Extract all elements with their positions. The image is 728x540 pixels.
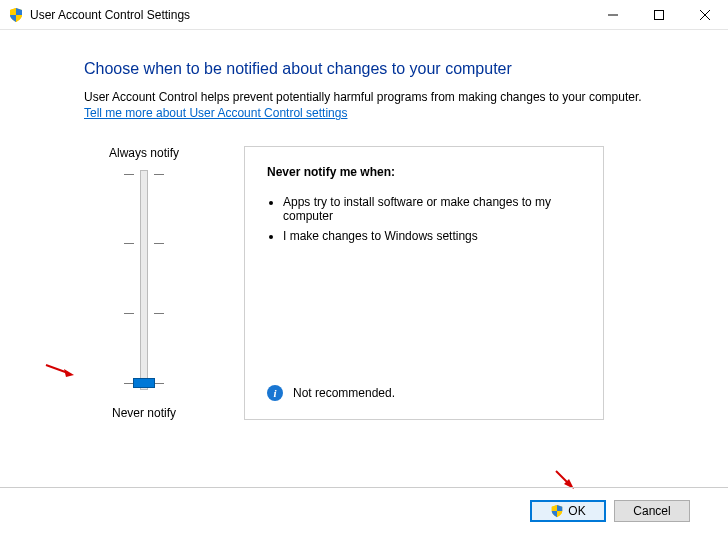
info-bullet-list: Apps try to install software or make cha… xyxy=(283,189,581,249)
info-title: Never notify me when: xyxy=(267,165,581,179)
slider-tick xyxy=(124,243,164,244)
recommendation-text: Not recommended. xyxy=(293,386,395,400)
notification-info-box: Never notify me when: Apps try to instal… xyxy=(244,146,604,420)
close-button[interactable] xyxy=(682,0,728,30)
slider-track xyxy=(140,170,148,390)
shield-icon xyxy=(8,7,24,23)
slider-tick xyxy=(124,174,164,175)
cancel-button-label: Cancel xyxy=(633,504,670,518)
slider-column: Always notify Never notify xyxy=(84,146,204,420)
page-description: User Account Control helps prevent poten… xyxy=(84,90,680,104)
slider-label-top: Always notify xyxy=(109,146,179,160)
uac-slider[interactable] xyxy=(124,170,164,390)
window-title: User Account Control Settings xyxy=(30,8,190,22)
learn-more-link[interactable]: Tell me more about User Account Control … xyxy=(84,106,347,120)
shield-icon xyxy=(550,504,564,518)
slider-tick xyxy=(124,313,164,314)
window-controls xyxy=(590,0,728,30)
body-area: Always notify Never notify Never notify … xyxy=(84,146,680,420)
minimize-button[interactable] xyxy=(590,0,636,30)
cancel-button[interactable]: Cancel xyxy=(614,500,690,522)
info-bullet: Apps try to install software or make cha… xyxy=(283,195,581,223)
svg-rect-1 xyxy=(655,10,664,19)
slider-thumb[interactable] xyxy=(133,378,155,388)
recommendation-row: i Not recommended. xyxy=(267,367,581,401)
dialog-footer: OK Cancel xyxy=(0,487,728,540)
info-bullet: I make changes to Windows settings xyxy=(283,229,581,243)
window-title-group: User Account Control Settings xyxy=(8,7,590,23)
ok-button[interactable]: OK xyxy=(530,500,606,522)
titlebar: User Account Control Settings xyxy=(0,0,728,30)
ok-button-label: OK xyxy=(568,504,585,518)
slider-label-bottom: Never notify xyxy=(112,406,176,420)
maximize-button[interactable] xyxy=(636,0,682,30)
content-area: Choose when to be notified about changes… xyxy=(0,30,728,430)
svg-marker-5 xyxy=(64,369,74,377)
info-icon: i xyxy=(267,385,283,401)
annotation-arrow-icon xyxy=(44,361,74,382)
page-heading: Choose when to be notified about changes… xyxy=(84,60,680,78)
